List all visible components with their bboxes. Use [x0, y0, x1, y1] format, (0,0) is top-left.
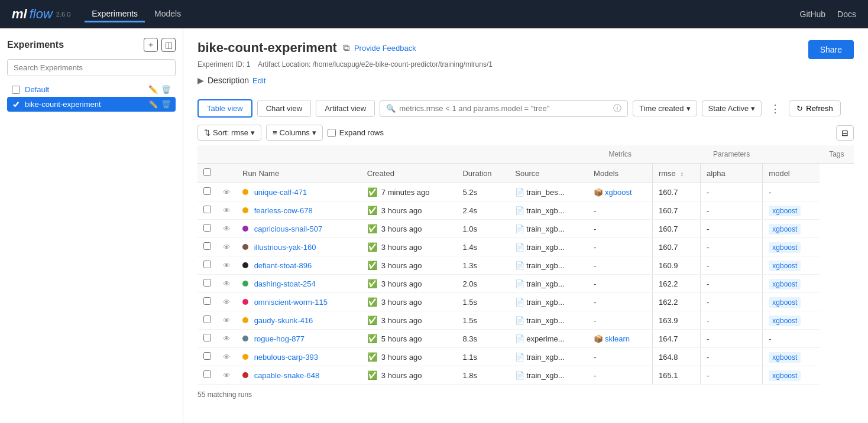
row-eye-icon[interactable]: 👁	[223, 334, 231, 343]
info-icon[interactable]: ⓘ	[613, 103, 621, 114]
add-experiment-icon[interactable]: ＋	[144, 38, 158, 52]
row-eye-icon[interactable]: 👁	[223, 298, 231, 307]
table-view-button[interactable]: Table view	[197, 99, 252, 118]
row-eye-icon[interactable]: 👁	[223, 188, 231, 197]
copy-icon[interactable]: ⧉	[343, 43, 349, 53]
run-name-link[interactable]: illustrious-yak-160	[254, 243, 316, 252]
delete-default-button[interactable]: 🗑️	[161, 85, 171, 94]
sidebar-item-bike-count[interactable]: bike-count-experiment ✏️ 🗑️	[7, 97, 176, 112]
layout-toggle-button[interactable]: ⊟	[836, 125, 854, 141]
row-checkbox[interactable]	[203, 187, 211, 195]
chart-view-button[interactable]: Chart view	[257, 100, 311, 117]
columns-dropdown[interactable]: ≡ Columns ▾	[266, 125, 323, 141]
row-checkbox[interactable]	[203, 242, 211, 250]
expand-rows-toggle[interactable]: Expand rows	[328, 128, 384, 137]
filter-search-bar[interactable]: 🔍 ⓘ	[380, 100, 628, 117]
search-icon: 🔍	[386, 104, 396, 113]
run-name-link[interactable]: defiant-stoat-896	[254, 261, 312, 270]
refresh-button[interactable]: ↻ Refresh	[789, 100, 841, 116]
th-model-tag[interactable]: model	[763, 164, 820, 183]
row-eye-icon[interactable]: 👁	[223, 224, 231, 233]
source-file-icon: 📄	[515, 353, 524, 362]
row-eye-icon[interactable]: 👁	[223, 243, 231, 252]
sort-dropdown[interactable]: ⇅ Sort: rmse ▾	[197, 125, 261, 141]
docs-link[interactable]: Docs	[837, 9, 856, 19]
run-model-tag: -	[763, 183, 820, 201]
experiment-header-actions: ⧉ Provide Feedback	[343, 43, 416, 53]
table-row: 👁 illustrious-yak-160 ✅ 3 hours ago 1.4s…	[197, 238, 854, 256]
state-active-label: State Active	[708, 104, 749, 113]
state-active-dropdown[interactable]: State Active ▾	[702, 100, 762, 116]
row-checkbox[interactable]	[203, 206, 211, 213]
edit-default-button[interactable]: ✏️	[148, 85, 158, 94]
row-checkbox[interactable]	[203, 352, 211, 360]
run-name-link[interactable]: gaudy-skunk-416	[254, 316, 313, 325]
row-eye-icon[interactable]: 👁	[223, 316, 231, 325]
time-created-dropdown[interactable]: Time created ▾	[633, 100, 697, 116]
run-models: 📦sklearn	[588, 330, 652, 348]
row-checkbox[interactable]	[203, 224, 211, 232]
run-name-link[interactable]: capricious-snail-507	[254, 224, 323, 233]
nav-models[interactable]: Models	[147, 6, 188, 22]
sort-chevron-icon: ▾	[251, 128, 255, 137]
table-row: 👁 capable-snake-648 ✅ 3 hours ago 1.8s 📄…	[197, 366, 854, 385]
share-button[interactable]: Share	[808, 40, 854, 59]
model-link[interactable]: xgboost	[605, 188, 632, 197]
row-eye-icon[interactable]: 👁	[223, 279, 231, 288]
th-created[interactable]: Created	[361, 164, 457, 183]
bike-count-checkbox[interactable]	[12, 100, 20, 109]
status-icon: ✅	[367, 261, 377, 270]
run-source: 📄train_bes...	[509, 183, 588, 201]
select-all-checkbox[interactable]	[203, 168, 211, 176]
provide-feedback-link[interactable]: Provide Feedback	[354, 44, 416, 53]
filter-input[interactable]	[399, 104, 610, 113]
sidebar-icons: ＋ ◫	[144, 38, 176, 52]
edit-bike-count-button[interactable]: ✏️	[148, 100, 158, 109]
run-model-tag: xgboost	[763, 366, 820, 385]
run-name-link[interactable]: dashing-stoat-254	[254, 279, 316, 288]
expand-rows-checkbox[interactable]	[328, 129, 336, 137]
sidebar-item-default[interactable]: Default ✏️ 🗑️	[7, 82, 176, 97]
github-link[interactable]: GitHub	[800, 9, 826, 19]
run-name-link[interactable]: rogue-hog-877	[254, 334, 305, 343]
run-source: 📄train_xgb...	[509, 366, 588, 385]
model-link[interactable]: sklearn	[605, 334, 630, 343]
description-section[interactable]: ▶ Description Edit	[197, 76, 493, 85]
sidebar-collapse-icon[interactable]: ◫	[161, 38, 176, 52]
row-checkbox[interactable]	[203, 334, 211, 341]
th-duration[interactable]: Duration	[456, 164, 509, 183]
row-checkbox[interactable]	[203, 261, 211, 268]
th-alpha[interactable]: alpha	[700, 164, 762, 183]
run-created: ✅ 3 hours ago	[361, 201, 457, 220]
artifact-view-button[interactable]: Artifact view	[316, 100, 375, 117]
row-checkbox[interactable]	[203, 297, 211, 305]
default-checkbox[interactable]	[12, 86, 20, 94]
th-rmse[interactable]: rmse ↕	[652, 164, 700, 183]
row-eye-icon[interactable]: 👁	[223, 353, 231, 362]
delete-bike-count-button[interactable]: 🗑️	[161, 100, 171, 109]
search-experiments-input[interactable]	[7, 59, 176, 76]
table-container[interactable]: Metrics Parameters Tags Run Name Created…	[197, 145, 854, 385]
run-rmse: 162.2	[652, 275, 700, 293]
row-checkbox[interactable]	[203, 370, 211, 378]
th-select-all[interactable]	[197, 164, 217, 183]
more-options-button[interactable]: ⋮	[766, 101, 784, 116]
row-eye-icon[interactable]: 👁	[223, 206, 231, 215]
th-run-name[interactable]: Run Name	[237, 164, 361, 183]
state-active-chevron-icon: ▾	[751, 104, 755, 113]
th-models[interactable]: Models	[588, 164, 652, 183]
run-name-link[interactable]: unique-calf-471	[254, 188, 307, 197]
row-checkbox[interactable]	[203, 279, 211, 287]
run-source: 📄train_xgb...	[509, 220, 588, 238]
row-eye-icon[interactable]: 👁	[223, 371, 231, 380]
run-name-link[interactable]: nebulous-carp-393	[254, 353, 318, 362]
description-edit-link[interactable]: Edit	[252, 76, 265, 85]
run-created: ✅ 3 hours ago	[361, 366, 457, 385]
row-checkbox[interactable]	[203, 315, 211, 323]
run-name-link[interactable]: omniscient-worm-115	[254, 298, 328, 307]
row-eye-icon[interactable]: 👁	[223, 261, 231, 270]
run-name-link[interactable]: capable-snake-648	[254, 371, 320, 380]
run-name-link[interactable]: fearless-cow-678	[254, 206, 313, 215]
nav-experiments[interactable]: Experiments	[85, 6, 145, 22]
th-source[interactable]: Source	[509, 164, 588, 183]
